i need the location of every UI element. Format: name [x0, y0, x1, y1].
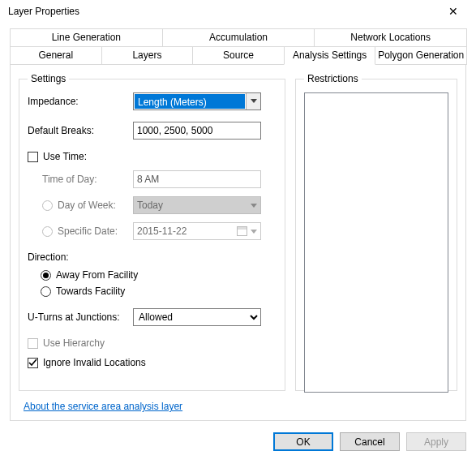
- specific-date-input: 2015-11-22: [133, 222, 261, 240]
- impedance-label: Impedance:: [28, 96, 133, 107]
- restrictions-list[interactable]: [304, 92, 448, 393]
- specific-date-radio: [42, 226, 53, 237]
- ok-button[interactable]: OK: [273, 432, 333, 451]
- apply-button: Apply: [406, 432, 466, 451]
- day-of-week-value: Today: [137, 200, 163, 211]
- titlebar: Layer Properties ✕: [0, 0, 476, 24]
- tab-polygon-generation[interactable]: Polygon Generation: [375, 46, 467, 65]
- tab-source[interactable]: Source: [192, 46, 285, 65]
- dialog-footer: OK Cancel Apply: [0, 421, 476, 451]
- tab-control: Line Generation Accumulation Network Loc…: [10, 28, 466, 421]
- ignore-invalid-label: Ignore Invalid Locations: [43, 357, 146, 368]
- tab-general[interactable]: General: [10, 46, 102, 65]
- tab-layers[interactable]: Layers: [101, 46, 194, 65]
- time-of-day-label: Time of Day:: [28, 174, 133, 185]
- uturns-select[interactable]: Allowed: [133, 308, 261, 326]
- time-of-day-input: [133, 170, 261, 188]
- uturns-label: U-Turns at Junctions:: [28, 311, 133, 323]
- tab-panel: Settings Impedance: Length (Meters): [10, 64, 466, 421]
- use-hierarchy-checkbox: Use Hierarchy: [28, 337, 105, 349]
- restrictions-legend: Restrictions: [304, 73, 362, 84]
- use-time-checkbox[interactable]: Use Time:: [28, 151, 87, 162]
- use-hierarchy-label: Use Hierarchy: [43, 337, 105, 349]
- direction-towards-radio[interactable]: Towards Facility: [41, 286, 277, 297]
- chevron-down-icon: [251, 200, 257, 211]
- chevron-down-icon: [251, 226, 257, 237]
- direction-away-radio[interactable]: Away From Facility: [41, 269, 277, 281]
- impedance-value: Length (Meters): [135, 94, 245, 109]
- day-of-week-label: Day of Week:: [58, 200, 116, 211]
- tab-line-generation[interactable]: Line Generation: [10, 28, 163, 46]
- cancel-button[interactable]: Cancel: [340, 432, 400, 451]
- default-breaks-label: Default Breaks:: [28, 125, 133, 136]
- tab-accumulation[interactable]: Accumulation: [162, 28, 315, 46]
- day-of-week-radio: [42, 200, 53, 211]
- direction-label: Direction:: [28, 251, 277, 263]
- direction-towards-label: Towards Facility: [56, 286, 125, 297]
- specific-date-label: Specific Date:: [58, 226, 118, 237]
- settings-legend: Settings: [28, 73, 69, 84]
- about-link[interactable]: About the service area analysis layer: [24, 401, 182, 412]
- direction-away-label: Away From Facility: [56, 269, 138, 281]
- close-icon[interactable]: ✕: [437, 5, 470, 18]
- tab-analysis-settings[interactable]: Analysis Settings: [284, 46, 376, 65]
- tab-network-locations[interactable]: Network Locations: [314, 28, 467, 46]
- settings-group: Settings Impedance: Length (Meters): [19, 73, 285, 391]
- default-breaks-input[interactable]: [133, 122, 261, 140]
- day-of-week-select: Today: [133, 196, 261, 214]
- specific-date-value: 2015-11-22: [137, 226, 187, 237]
- calendar-icon: [237, 226, 247, 236]
- restrictions-group: Restrictions: [295, 73, 457, 391]
- ignore-invalid-checkbox[interactable]: Ignore Invalid Locations: [28, 357, 146, 368]
- window-title: Layer Properties: [8, 6, 79, 17]
- impedance-select[interactable]: Length (Meters): [133, 92, 261, 110]
- chevron-down-icon: [246, 93, 260, 110]
- use-time-label: Use Time:: [43, 151, 87, 162]
